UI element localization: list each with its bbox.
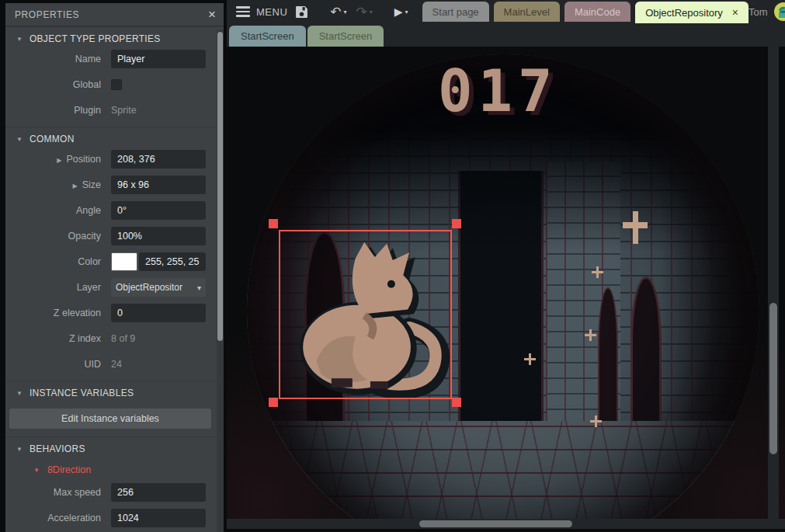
save-icon — [295, 5, 308, 19]
position-label: ▶Position — [5, 154, 111, 165]
z-elevation-label: Z elevation — [5, 308, 111, 318]
properties-panel-header: PROPERTIES × — [5, 3, 224, 26]
collapse-arrow-icon: ▼ — [16, 446, 23, 453]
size-input[interactable]: 96 x 96 — [111, 176, 206, 194]
max-speed-input[interactable]: 256 — [111, 483, 206, 502]
position-input[interactable]: 208, 376 — [111, 150, 206, 169]
collapse-arrow-icon: ▼ — [33, 467, 40, 474]
uid-row: UID 24 — [5, 355, 224, 374]
subtab-label: StartScreen — [241, 30, 294, 42]
layer-dropdown[interactable]: ObjectRepositor ▾ — [111, 278, 206, 297]
tab-start-page[interactable]: Start page — [422, 2, 489, 22]
user-account[interactable]: Tom — [749, 2, 785, 22]
plugin-label: Plugin — [5, 105, 111, 116]
max-speed-row: Max speed 256 — [5, 483, 224, 502]
angle-row: Angle 0° — [5, 201, 224, 220]
acceleration-label: Acceleration — [5, 513, 111, 523]
selection-handle-tr[interactable] — [452, 219, 461, 228]
tab-objectrepository[interactable]: ObjectRepository × — [635, 2, 749, 23]
subtab-startscreen-2[interactable]: StartScreen — [307, 26, 384, 47]
color-swatch[interactable] — [111, 252, 137, 271]
acceleration-input[interactable]: 1024 — [111, 509, 206, 527]
subtab-label: StartScreen — [319, 30, 373, 42]
plugin-value: Sprite — [111, 105, 137, 116]
collapse-arrow-icon: ▼ — [16, 390, 23, 397]
redo-button[interactable]: ↷ ▾ — [356, 5, 373, 19]
section-title: COMMON — [30, 134, 75, 144]
avatar — [773, 2, 785, 22]
horizontal-scrollbar-thumb[interactable] — [419, 520, 572, 527]
section-behaviors[interactable]: ▼ BEHAVIORS — [5, 436, 224, 460]
save-button[interactable] — [295, 5, 308, 19]
color-row: Color 255, 255, 25 — [5, 252, 224, 271]
origin-cross-marker — [623, 211, 648, 244]
section-object-type-properties[interactable]: ▼ OBJECT TYPE PROPERTIES — [5, 26, 224, 50]
play-icon: ▶ — [394, 6, 403, 17]
z-index-row: Z index 8 of 9 — [5, 329, 224, 348]
edit-instance-variables-button[interactable]: Edit Instance variables — [9, 409, 211, 429]
global-checkbox[interactable] — [111, 79, 122, 90]
layout-canvas[interactable]: 017 — [227, 47, 785, 519]
section-instance-variables[interactable]: ▼ INSTANCE VARIABLES — [5, 381, 224, 404]
properties-panel: PROPERTIES × ▼ OBJECT TYPE PROPERTIES Na… — [5, 3, 224, 532]
undo-dropdown-icon[interactable]: ▾ — [344, 9, 347, 16]
size-row: ▶Size 96 x 96 — [5, 176, 224, 194]
close-tab-icon[interactable]: × — [732, 6, 738, 19]
position-row: ▶Position 208, 376 — [5, 150, 224, 169]
score-counter-text: 017 — [438, 57, 558, 124]
undo-button[interactable]: ↶ ▾ — [330, 5, 346, 19]
menu-button[interactable]: MENU — [233, 6, 290, 18]
section-title: BEHAVIORS — [30, 443, 85, 454]
hamburger-icon — [236, 6, 250, 17]
tab-label: MainLevel — [504, 6, 550, 18]
collapse-arrow-icon: ▼ — [16, 36, 23, 43]
tab-label: ObjectRepository — [645, 7, 723, 19]
behavior-name: 8Direction — [47, 464, 91, 475]
toolbar: MENU ↶ ▾ ↷ ▾ ▶ ▾ Start page — [227, 0, 785, 23]
redo-dropdown-icon: ▾ — [370, 9, 373, 16]
panel-scrollbar-thumb[interactable] — [217, 32, 223, 341]
expand-icon[interactable]: ▶ — [73, 183, 78, 190]
opacity-label: Opacity — [5, 231, 111, 242]
chevron-down-icon: ▾ — [197, 283, 201, 292]
z-elevation-row: Z elevation 0 — [5, 304, 224, 322]
uid-value: 24 — [111, 359, 122, 370]
tab-mainlevel[interactable]: MainLevel — [494, 2, 560, 22]
section-common[interactable]: ▼ COMMON — [5, 127, 224, 150]
selection-handle-tl[interactable] — [269, 219, 278, 228]
size-label: ▶Size — [5, 179, 111, 190]
z-elevation-input[interactable]: 0 — [111, 304, 206, 322]
name-input[interactable]: Player — [111, 50, 206, 68]
close-icon[interactable]: × — [208, 8, 216, 21]
section-title: INSTANCE VARIABLES — [30, 388, 134, 398]
tab-bar: Start page MainLevel MainCode ObjectRepo… — [422, 2, 749, 23]
tab-label: MainCode — [575, 6, 620, 18]
section-title: OBJECT TYPE PROPERTIES — [30, 33, 161, 44]
selection-handle-bl[interactable] — [269, 398, 278, 407]
global-label: Global — [5, 79, 111, 90]
vertical-scrollbar[interactable] — [768, 47, 779, 519]
tab-label: Start page — [432, 6, 479, 18]
main-area: MENU ↶ ▾ ↷ ▾ ▶ ▾ Start page — [227, 0, 785, 532]
tab-maincode[interactable]: MainCode — [564, 2, 630, 22]
angle-input[interactable]: 0° — [111, 201, 206, 220]
origin-cross-marker — [590, 416, 602, 427]
opacity-input[interactable]: 100% — [111, 227, 206, 245]
collapse-arrow-icon: ▼ — [16, 136, 23, 143]
z-index-value: 8 of 9 — [111, 333, 135, 344]
behavior-8direction[interactable]: ▼ 8Direction — [5, 460, 224, 483]
color-label: Color — [5, 256, 111, 267]
color-input[interactable]: 255, 255, 25 — [139, 252, 206, 271]
max-speed-label: Max speed — [5, 487, 111, 498]
preview-dropdown-icon[interactable]: ▾ — [405, 9, 408, 16]
preview-button[interactable]: ▶ ▾ — [394, 6, 408, 17]
selection-box[interactable] — [279, 230, 452, 399]
vertical-scrollbar-thumb[interactable] — [769, 303, 777, 454]
horizontal-scrollbar[interactable] — [227, 519, 785, 529]
selection-handle-br[interactable] — [452, 398, 461, 407]
subtab-startscreen-1[interactable]: StartScreen — [229, 26, 306, 47]
origin-cross-marker — [592, 266, 603, 278]
panel-scrollbar[interactable] — [217, 30, 224, 532]
expand-icon[interactable]: ▶ — [57, 157, 61, 164]
panel-title: PROPERTIES — [15, 9, 79, 20]
